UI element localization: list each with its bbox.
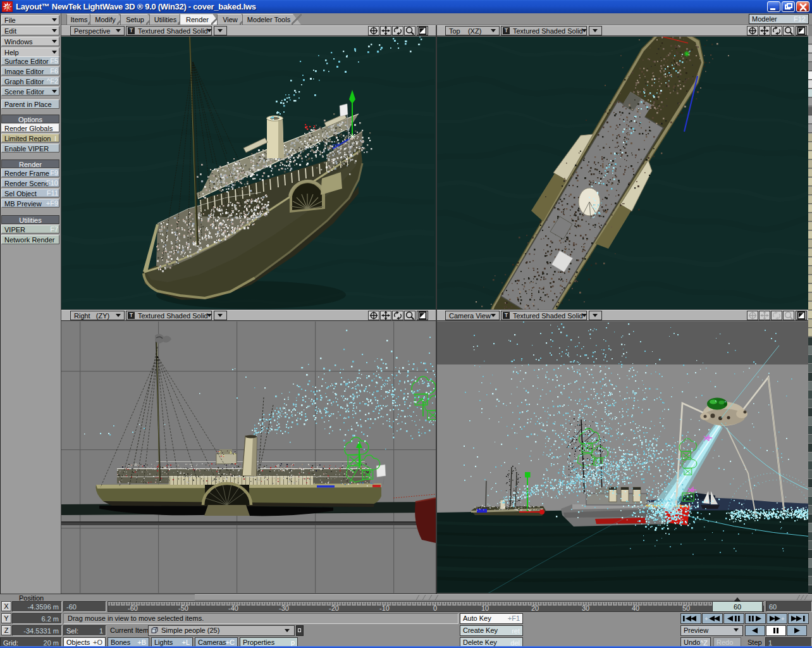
svg-text:-10: -10 <box>379 604 390 612</box>
svg-text:-60: -60 <box>128 604 138 612</box>
svg-text:-40: -40 <box>228 604 238 612</box>
svg-text:50: 50 <box>682 604 690 612</box>
svg-text:-20: -20 <box>329 604 339 612</box>
svg-text:10: 10 <box>481 604 489 612</box>
svg-text:0: 0 <box>433 604 437 612</box>
svg-text:-50: -50 <box>178 604 188 612</box>
svg-text:30: 30 <box>582 604 589 612</box>
svg-text:20: 20 <box>531 604 539 612</box>
svg-text:-30: -30 <box>279 604 289 612</box>
svg-text:40: 40 <box>632 604 639 612</box>
